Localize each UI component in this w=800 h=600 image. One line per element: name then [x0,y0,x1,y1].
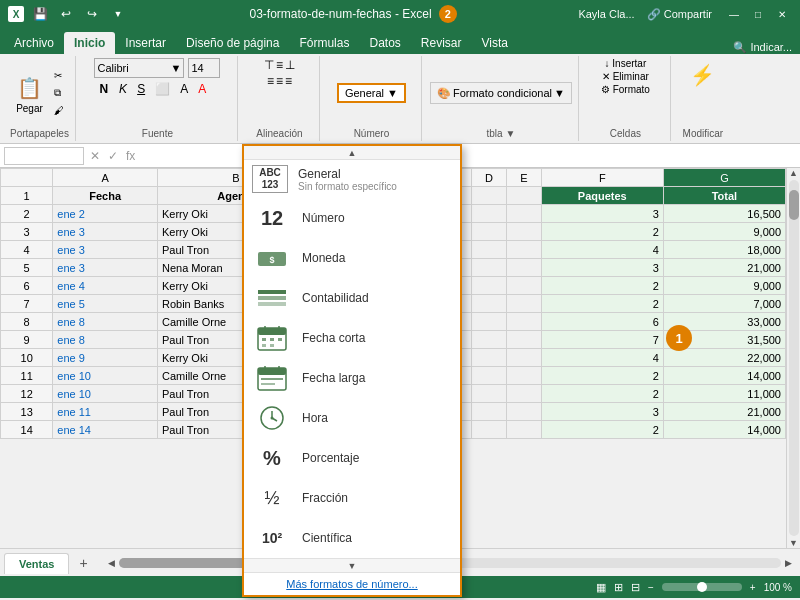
cell[interactable]: ene 3 [53,223,158,241]
cell[interactable] [471,277,506,295]
cell[interactable]: 14,000 [663,367,785,385]
qs-more-btn[interactable]: ▼ [108,4,128,24]
cell[interactable]: 16,500 [663,205,785,223]
modify-btn[interactable]: ⚡ [684,58,722,92]
cell[interactable] [471,295,506,313]
row-header-6[interactable]: 6 [1,277,53,295]
cell[interactable]: 21,000 [663,259,785,277]
scroll-left-btn[interactable]: ◀ [108,558,115,568]
cut-btn[interactable]: ✂ [50,68,68,83]
name-box[interactable] [4,147,84,165]
format-item-hora[interactable]: Hora [244,398,460,438]
save-qs-btn[interactable]: 💾 [30,4,50,24]
cell[interactable] [471,187,506,205]
cell[interactable]: ene 8 [53,331,158,349]
minimize-btn[interactable]: — [724,4,744,24]
format-item-cientifica[interactable]: 10² Científica [244,518,460,558]
cell[interactable] [471,331,506,349]
col-header-E[interactable]: E [506,169,541,187]
tab-insertar[interactable]: Insertar [115,32,176,54]
undo-btn[interactable]: ↩ [56,4,76,24]
align-top-btn[interactable]: ⊤ [264,58,274,72]
cell[interactable] [506,187,541,205]
view-layout-btn[interactable]: ⊞ [614,581,623,594]
cell[interactable]: 3 [541,205,663,223]
cell[interactable]: ene 3 [53,241,158,259]
col-header-G[interactable]: G [663,169,785,187]
tab-diseno-pagina[interactable]: Diseño de página [176,32,289,54]
cell[interactable]: 4 [541,241,663,259]
cell[interactable]: 3 [541,259,663,277]
format-item-fecha-larga[interactable]: Fecha larga [244,358,460,398]
align-center-btn[interactable]: ≡ [276,74,283,88]
format-item-fraccion[interactable]: ½ Fracción [244,478,460,518]
cell[interactable]: 2 [541,295,663,313]
cell[interactable]: ene 3 [53,259,158,277]
view-page-btn[interactable]: ⊟ [631,581,640,594]
cell[interactable] [471,367,506,385]
tab-revisar[interactable]: Revisar [411,32,472,54]
format-item-fecha-corta[interactable]: Fecha corta [244,318,460,358]
row-header-8[interactable]: 8 [1,313,53,331]
underline-btn[interactable]: S [133,81,149,97]
cell[interactable]: ene 10 [53,385,158,403]
tab-formulas[interactable]: Fórmulas [289,32,359,54]
cell[interactable]: 2 [541,277,663,295]
maximize-btn[interactable]: □ [748,4,768,24]
border-btn[interactable]: ⬜ [151,81,174,97]
row-header-1[interactable]: 1 [1,187,53,205]
cell[interactable] [506,277,541,295]
cell[interactable] [471,205,506,223]
cell[interactable] [471,241,506,259]
cell[interactable] [471,421,506,439]
row-header-2[interactable]: 2 [1,205,53,223]
cell[interactable] [506,295,541,313]
col-header-F[interactable]: F [541,169,663,187]
view-normal-btn[interactable]: ▦ [596,581,606,594]
cell[interactable]: 2 [541,223,663,241]
cell[interactable]: 2 [541,421,663,439]
format-cells-btn[interactable]: ⚙ Formato [601,84,650,95]
copy-btn[interactable]: ⧉ [50,85,68,101]
row-header-13[interactable]: 13 [1,403,53,421]
redo-btn[interactable]: ↪ [82,4,102,24]
row-header-9[interactable]: 9 [1,331,53,349]
cell[interactable]: 4 [541,349,663,367]
format-item-porcentaje[interactable]: % Porcentaje [244,438,460,478]
cell[interactable]: Total [663,187,785,205]
cell[interactable]: 21,000 [663,403,785,421]
tab-vista[interactable]: Vista [472,32,518,54]
row-header-10[interactable]: 10 [1,349,53,367]
cell[interactable]: ene 10 [53,367,158,385]
number-format-selector[interactable]: General ▼ [337,83,406,103]
cell[interactable] [471,259,506,277]
row-header-14[interactable]: 14 [1,421,53,439]
cell[interactable]: Fecha [53,187,158,205]
cell[interactable]: 14,000 [663,421,785,439]
scroll-right-btn[interactable]: ▶ [785,558,792,568]
col-header-D[interactable]: D [471,169,506,187]
tab-archivo[interactable]: Archivo [4,32,64,54]
font-color-btn[interactable]: A [194,81,210,97]
align-bottom-btn[interactable]: ⊥ [285,58,295,72]
cell[interactable]: 9,000 [663,223,785,241]
row-header-5[interactable]: 5 [1,259,53,277]
insert-cells-btn[interactable]: ↓ Insertar [605,58,647,69]
format-item-moneda[interactable]: $ Moneda [244,238,460,278]
vertical-scrollbar[interactable]: ▲ ▼ [786,168,800,548]
cell[interactable] [506,223,541,241]
cell[interactable] [471,403,506,421]
cell[interactable]: ene 5 [53,295,158,313]
formula-input[interactable] [141,150,796,162]
font-selector[interactable]: Calibri ▼ [94,58,184,78]
bold-btn[interactable]: N [94,80,113,98]
cell[interactable] [506,205,541,223]
cell[interactable]: 6 [541,313,663,331]
cell[interactable]: 22,000 [663,349,785,367]
cell[interactable]: ene 11 [53,403,158,421]
align-left-btn[interactable]: ≡ [267,74,274,88]
cell[interactable] [506,331,541,349]
format-number-dropdown[interactable]: ▲ ABC123 General Sin formato específico … [242,144,462,597]
cell[interactable] [506,259,541,277]
more-formats-btn[interactable]: Más formatos de número... [244,572,460,595]
